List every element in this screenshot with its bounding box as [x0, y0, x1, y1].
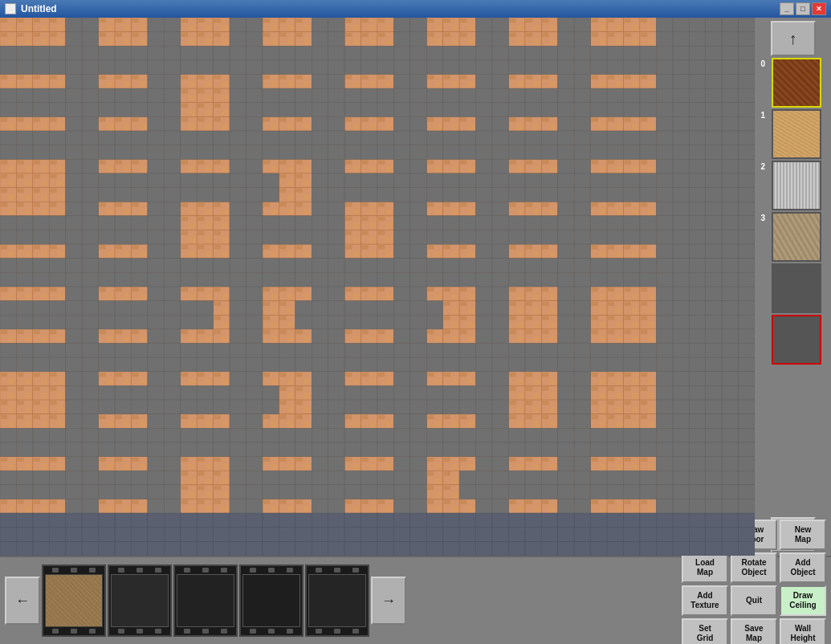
filmstrip: ← — [5, 565, 678, 637]
texture-item-0[interactable]: 0 — [761, 58, 825, 108]
texture-index-4 — [761, 263, 769, 265]
texture-thumb-4[interactable] — [772, 263, 821, 313]
main-content: ↑ 0 1 2 3 ↓ — [0, 18, 831, 556]
texture-item-5[interactable] — [761, 315, 825, 365]
texture-thumb-1[interactable] — [772, 109, 821, 159]
sprocket-hole — [268, 568, 275, 573]
texture-index-3: 3 — [761, 212, 769, 222]
sprocket-hole — [184, 568, 190, 573]
filmstrip-prev-button[interactable]: ← — [5, 577, 40, 625]
texture-item-4[interactable] — [761, 263, 825, 313]
bottom-panel: ← — [0, 556, 831, 644]
map-canvas[interactable] — [0, 18, 755, 556]
film-image-4 — [308, 574, 366, 627]
texture-item-3[interactable]: 3 — [761, 212, 825, 262]
film-frame-4[interactable] — [305, 565, 369, 637]
maximize-button[interactable]: □ — [796, 2, 810, 15]
sprocket-hole — [136, 568, 143, 573]
sprocket-hole — [268, 629, 275, 634]
wall-height-button[interactable]: WallHeight Wall — [780, 618, 826, 644]
add-object-button[interactable]: AddObject — [780, 552, 826, 583]
sprocket-hole — [52, 629, 59, 634]
texture-item-1[interactable]: 1 — [761, 109, 825, 159]
texture-index-2: 2 — [761, 161, 769, 171]
filmstrip-next-button[interactable]: → — [371, 577, 406, 625]
add-texture-button[interactable]: AddTexture — [682, 585, 728, 616]
sprocket-hole — [118, 568, 124, 573]
sprocket-bottom-1 — [109, 627, 170, 635]
sprocket-hole — [287, 629, 293, 634]
texture-thumb-2[interactable] — [772, 161, 821, 210]
sprocket-top-0 — [43, 566, 104, 574]
app-icon — [5, 3, 16, 14]
sprocket-hole — [89, 629, 96, 634]
sprocket-hole — [334, 629, 340, 634]
sprocket-hole — [352, 568, 359, 573]
texture-thumb-5[interactable] — [772, 315, 821, 365]
map-area[interactable] — [0, 18, 755, 556]
sprocket-bottom-4 — [307, 627, 368, 635]
sprocket-hole — [202, 568, 209, 573]
texture-thumb-0[interactable] — [772, 58, 821, 108]
sprocket-bottom-3 — [241, 627, 302, 635]
title-bar: Untitled _ □ ✕ — [0, 0, 831, 18]
close-button[interactable]: ✕ — [812, 2, 826, 15]
sprocket-top-3 — [241, 566, 302, 574]
new-map-button[interactable]: NewMap — [780, 520, 826, 550]
film-image-1 — [111, 574, 169, 627]
film-frame-0[interactable] — [42, 565, 106, 637]
sprocket-hole — [155, 629, 161, 634]
sprocket-hole — [71, 568, 77, 573]
texture-index-1: 1 — [761, 109, 769, 120]
texture-item-2[interactable]: 2 — [761, 161, 825, 210]
film-frame-2[interactable] — [173, 565, 238, 637]
film-frame-3[interactable] — [239, 565, 303, 637]
sprocket-hole — [334, 568, 340, 573]
sprocket-hole — [136, 629, 143, 634]
sprocket-hole — [221, 629, 227, 634]
sprocket-bottom-0 — [43, 627, 104, 635]
rotate-object-button[interactable]: RotateObject — [731, 552, 777, 583]
film-frame-1[interactable] — [108, 565, 172, 637]
sprocket-hole — [118, 629, 124, 634]
sprocket-top-2 — [175, 566, 236, 574]
title-text: Untitled — [5, 3, 57, 14]
minimize-button[interactable]: _ — [780, 2, 794, 15]
texture-thumb-3[interactable] — [772, 212, 821, 262]
sprocket-hole — [155, 568, 161, 573]
sprocket-hole — [316, 568, 322, 573]
sprocket-top-1 — [109, 566, 170, 574]
sprocket-hole — [202, 629, 209, 634]
quit-button[interactable]: Quit — [731, 585, 777, 616]
set-grid-button[interactable]: SetGrid — [682, 618, 728, 644]
sprocket-hole — [352, 629, 359, 634]
sprocket-hole — [221, 568, 227, 573]
sprocket-hole — [89, 568, 96, 573]
window-title: Untitled — [21, 3, 57, 14]
film-image-2 — [177, 574, 234, 627]
sprocket-top-4 — [307, 566, 368, 574]
texture-index-5 — [761, 315, 769, 316]
right-panel: ↑ 0 1 2 3 ↓ — [755, 18, 831, 556]
sprocket-hole — [71, 629, 77, 634]
window-controls: _ □ ✕ — [780, 2, 826, 15]
sprocket-hole — [250, 568, 256, 573]
load-map-button[interactable]: LoadMap — [682, 552, 728, 583]
film-image-3 — [242, 574, 300, 627]
sprocket-bottom-2 — [175, 627, 236, 635]
scroll-up-button[interactable]: ↑ — [771, 21, 816, 56]
sprocket-hole — [316, 629, 322, 634]
draw-ceiling-button[interactable]: DrawCeiling — [780, 585, 826, 616]
sprocket-hole — [52, 568, 59, 573]
sprocket-hole — [184, 629, 190, 634]
sprocket-hole — [287, 568, 293, 573]
sprocket-hole — [250, 629, 256, 634]
save-map-button[interactable]: SaveMap — [731, 618, 777, 644]
film-image-0 — [45, 574, 103, 627]
texture-index-0: 0 — [761, 58, 769, 68]
